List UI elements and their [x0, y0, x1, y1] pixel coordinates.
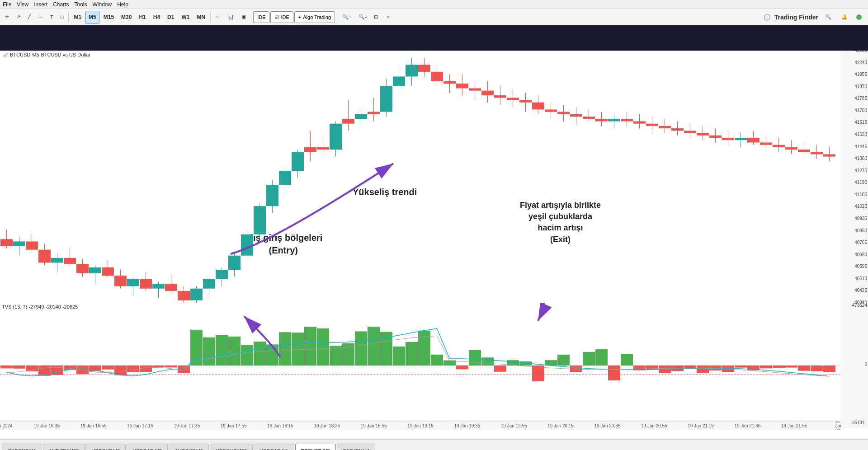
- chart-tab-6[interactable]: USDCAD,H1: [254, 444, 294, 450]
- chart-tab-2[interactable]: USDCHF,M5: [85, 444, 126, 450]
- chart-tab-5[interactable]: USDCHF,M30: [210, 444, 253, 450]
- time-label-8: 19 Jan 18:55: [361, 423, 387, 428]
- tool-cross[interactable]: ✛: [2, 11, 12, 23]
- toolbar: ✛ ↗ ╱ — T □ M1 M5 M15 M30 H1 H4 D1 W1 MN…: [0, 9, 868, 25]
- sep-3: [251, 12, 251, 22]
- tf-m30[interactable]: M30: [118, 11, 135, 23]
- algo-trading-button[interactable]: ☑ IDE: [270, 11, 293, 23]
- price-label-4: 41785: [854, 96, 867, 101]
- time-label-15: 19 Jan 21:15: [688, 423, 714, 428]
- price-scale: 4212542040419554187041785417004161541530…: [841, 51, 868, 303]
- status-dot: [856, 14, 862, 20]
- price-label-18: 40595: [854, 264, 867, 269]
- price-label-8: 41445: [854, 144, 867, 149]
- time-label-14: 19 Jan 20:55: [641, 423, 667, 428]
- tool-shapes[interactable]: □: [57, 11, 67, 23]
- volume-chart-canvas[interactable]: [0, 303, 841, 428]
- tf-w1[interactable]: W1: [178, 11, 193, 23]
- zoom-in[interactable]: 🔍+: [339, 11, 354, 23]
- chart-type-bar[interactable]: ▣: [238, 11, 249, 23]
- menu-help[interactable]: Help: [117, 1, 128, 8]
- price-label-0: 42125: [854, 51, 867, 53]
- vol-label-0: 473624: [852, 303, 867, 308]
- time-label-5: 19 Jan 17:55: [221, 423, 247, 428]
- new-order-button[interactable]: + Algo Trading: [294, 11, 335, 23]
- order-label: Algo Trading: [303, 14, 331, 20]
- chart-tab-0[interactable]: CADCHF,M1: [2, 444, 42, 450]
- price-label-11: 41190: [854, 180, 867, 185]
- menu-window[interactable]: Window: [93, 1, 112, 8]
- zoom-out[interactable]: 🔍-: [355, 11, 370, 23]
- algo-icon: ☑: [274, 14, 279, 20]
- tool-text[interactable]: T: [47, 11, 57, 23]
- tool-line[interactable]: ╱: [24, 11, 34, 23]
- time-label-0: 19 Jan 2024: [0, 423, 13, 428]
- notification-button[interactable]: 🔔: [838, 11, 851, 23]
- tool-hline[interactable]: —: [35, 11, 46, 23]
- chart-type-line[interactable]: 〰: [212, 11, 224, 23]
- time-label-10: 19 Jan 19:35: [454, 423, 480, 428]
- logo-area: ⬡ Trading Finder 🔍 🔔: [764, 11, 866, 23]
- tf-mn[interactable]: MN: [193, 11, 208, 23]
- menu-insert[interactable]: Insert: [34, 1, 47, 8]
- price-label-14: 40935: [854, 216, 867, 221]
- price-label-16: 40765: [854, 240, 867, 245]
- time-label-18: 19 Jan 22:15: [835, 421, 841, 430]
- time-label-16: 19 Jan 21:35: [734, 423, 760, 428]
- ide-button[interactable]: IDE: [253, 11, 269, 23]
- price-label-5: 41700: [854, 108, 867, 113]
- tf-d1[interactable]: D1: [164, 11, 177, 23]
- chart-tab-3[interactable]: USDCAD,M5: [127, 444, 168, 450]
- tf-m15[interactable]: M15: [100, 11, 117, 23]
- time-label-17: 19 Jan 21:55: [781, 423, 807, 428]
- price-label-12: 41105: [854, 192, 867, 197]
- time-label-9: 19 Jan 19:15: [407, 423, 434, 428]
- timeframe-label: M5: [32, 52, 39, 57]
- order-icon: +: [298, 14, 301, 20]
- time-label-1: 19 Jan 16:35: [33, 423, 60, 428]
- chart-area: 📈 BTCUSD M5 BTCUSD vs US Dollar TVS (13,…: [0, 51, 868, 450]
- price-label-2: 41955: [854, 72, 867, 77]
- tf-h4[interactable]: H4: [150, 11, 163, 23]
- chart-tab-4[interactable]: AUDCHF,M5: [169, 444, 209, 450]
- main-chart-canvas[interactable]: [0, 51, 841, 303]
- price-label-7: 41530: [854, 132, 867, 137]
- tf-m5[interactable]: M5: [85, 11, 99, 23]
- price-label-9: 41360: [854, 156, 867, 161]
- chart-tab-1[interactable]: AUDJPY,M30: [43, 444, 85, 450]
- menu-file[interactable]: File: [3, 1, 11, 8]
- menu-charts[interactable]: Charts: [53, 1, 69, 8]
- tool-arrow[interactable]: ↗: [13, 11, 24, 23]
- volume-scale: 4736240-351311: [841, 303, 868, 428]
- time-label-3: 19 Jan 17:15: [127, 423, 153, 428]
- menu-tools[interactable]: Tools: [75, 1, 87, 8]
- vol-label-2: -351311: [850, 420, 867, 425]
- chart-tab-8[interactable]: CADJPY,H4: [337, 444, 375, 450]
- tf-h1[interactable]: H1: [136, 11, 149, 23]
- chart-tab-7[interactable]: BTCUSD,M5: [295, 444, 336, 450]
- algo-label: IDE: [281, 14, 289, 20]
- price-label-20: 40425: [854, 288, 867, 293]
- price-label-15: 40850: [854, 228, 867, 233]
- volume-indicator-label: TVS (13, 7) -27949 -20140 -20625: [2, 303, 78, 311]
- sep-1: [68, 12, 69, 22]
- price-label-1: 42040: [854, 60, 867, 65]
- search-button[interactable]: 🔍: [822, 11, 835, 23]
- time-label-13: 19 Jan 20:35: [594, 423, 620, 428]
- tf-m1[interactable]: M1: [71, 11, 85, 23]
- logo-icon: ⬡: [764, 12, 771, 22]
- symbol-label: BTCUSD: [10, 52, 30, 57]
- grid-btn[interactable]: ⊞: [371, 11, 381, 23]
- menu-view[interactable]: View: [17, 1, 28, 8]
- price-label-19: 40510: [854, 276, 867, 281]
- symbol-desc: BTCUSD vs US Dollar: [41, 52, 90, 57]
- price-label-6: 41615: [854, 120, 867, 125]
- tab-bar: CADCHF,M1AUDJPY,M30USDCHF,M5USDCAD,M5AUD…: [0, 439, 868, 450]
- sep-4: [337, 12, 337, 22]
- price-label-10: 41275: [854, 168, 867, 173]
- scroll-right[interactable]: ⇥: [382, 11, 392, 23]
- time-label-12: 19 Jan 20:15: [547, 423, 574, 428]
- time-axis: 19 Jan 202419 Jan 16:3519 Jan 16:5519 Ja…: [0, 421, 841, 430]
- chart-type-candle[interactable]: 📊: [225, 11, 237, 23]
- time-label-2: 19 Jan 16:55: [80, 423, 107, 428]
